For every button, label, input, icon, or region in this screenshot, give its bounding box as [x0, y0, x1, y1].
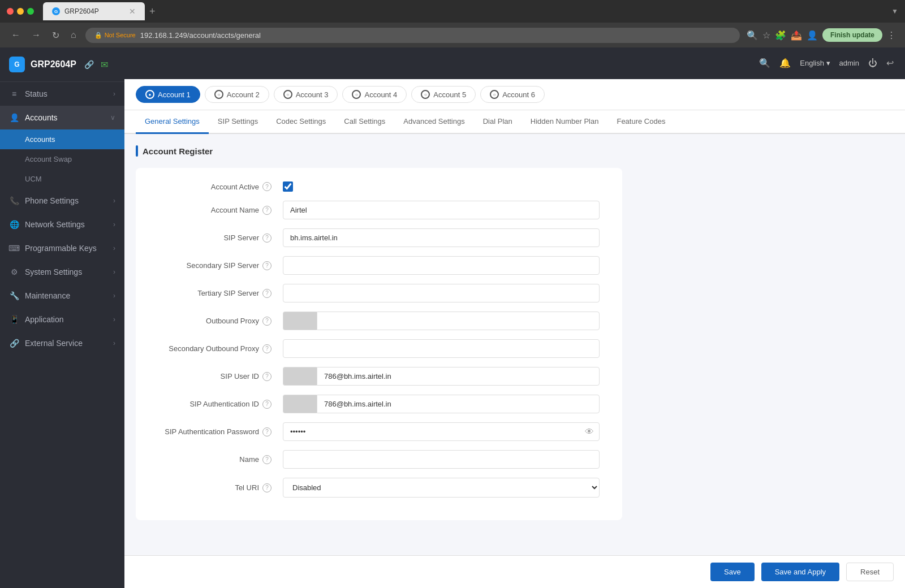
- phone-icon: 📞: [9, 196, 19, 206]
- star-icon[interactable]: ☆: [762, 30, 770, 41]
- tab-codec-settings[interactable]: Codec Settings: [267, 110, 335, 134]
- tertiary-sip-input[interactable]: [283, 284, 600, 302]
- sidebar-network-label: Network Settings: [25, 220, 107, 229]
- new-tab-btn[interactable]: +: [147, 3, 158, 20]
- outbound-proxy-label: Outbound Proxy ?: [158, 317, 283, 326]
- tab-call-settings[interactable]: Call Settings: [335, 110, 394, 134]
- sip-user-id-help-icon[interactable]: ?: [262, 372, 272, 381]
- tab-hidden-number-plan[interactable]: Hidden Number Plan: [522, 110, 608, 134]
- sip-server-help-icon[interactable]: ?: [262, 234, 272, 243]
- external-icon: 🔗: [9, 338, 19, 348]
- chevron-right-icon8: ›: [113, 339, 115, 347]
- sidebar-item-external-service[interactable]: 🔗 External Service ›: [0, 331, 124, 355]
- sidebar-item-application[interactable]: 📱 Application ›: [0, 308, 124, 331]
- tel-uri-select[interactable]: Disabled Enabled User=Phone: [283, 478, 600, 498]
- sidebar-item-network-settings[interactable]: 🌐 Network Settings ›: [0, 213, 124, 236]
- tab-favicon: G: [52, 7, 60, 15]
- top-nav-right: 🔍 🔔 English ▾ admin ⏻ ↩: [759, 58, 894, 68]
- account6-label: Account 6: [502, 90, 535, 99]
- home-btn[interactable]: ⌂: [68, 28, 79, 42]
- sidebar-phone-settings-label: Phone Settings: [25, 196, 107, 205]
- account-tab-4[interactable]: ○ Account 4: [342, 86, 407, 103]
- sidebar-maintenance-label: Maintenance: [25, 291, 107, 300]
- sidebar-item-accounts[interactable]: 👤 Accounts ∨: [0, 106, 124, 129]
- tab-general-settings[interactable]: General Settings: [136, 110, 209, 134]
- outbound-proxy-field: [283, 312, 600, 330]
- system-icon: ⚙: [9, 267, 19, 277]
- lang-selector[interactable]: English ▾: [800, 59, 830, 67]
- save-and-apply-button[interactable]: Save and Apply: [761, 563, 839, 581]
- sip-auth-password-input[interactable]: [283, 422, 600, 441]
- form-container: Account Active ? Account Name ?: [136, 168, 622, 520]
- sidebar-subitem-accounts[interactable]: Accounts: [0, 129, 124, 149]
- lens-icon[interactable]: 🔍: [747, 30, 758, 41]
- bell-icon[interactable]: 🔔: [779, 58, 791, 68]
- name-input[interactable]: [283, 450, 600, 469]
- minimize-window-btn[interactable]: [17, 8, 24, 15]
- address-input-bar[interactable]: 🔒 Not Secure 192.168.1.249/account/accts…: [85, 28, 740, 43]
- name-help-icon[interactable]: ?: [262, 455, 272, 464]
- password-field: 👁: [283, 422, 600, 441]
- account-tab-5[interactable]: ○ Account 5: [411, 86, 476, 103]
- tertiary-sip-row: Tertiary SIP Server ?: [158, 284, 600, 302]
- toggle-password-icon[interactable]: 👁: [585, 427, 594, 437]
- account4-icon: ○: [352, 90, 361, 99]
- secondary-sip-help-icon[interactable]: ?: [262, 261, 272, 270]
- sip-auth-id-help-icon[interactable]: ?: [262, 400, 272, 409]
- secondary-outbound-input[interactable]: [283, 339, 600, 358]
- save-button[interactable]: Save: [710, 563, 755, 581]
- outbound-proxy-help-icon[interactable]: ?: [262, 317, 272, 326]
- sip-server-input[interactable]: [283, 228, 600, 247]
- profile-icon[interactable]: 👤: [807, 30, 818, 41]
- tab-scroll-icon[interactable]: ▼: [891, 7, 898, 15]
- sip-auth-password-help-icon[interactable]: ?: [262, 427, 272, 436]
- account-name-input[interactable]: [283, 201, 600, 219]
- maximize-window-btn[interactable]: [27, 8, 34, 15]
- tab-sip-settings[interactable]: SIP Settings: [209, 110, 267, 134]
- extension-icon[interactable]: 🧩: [775, 30, 786, 41]
- forward-btn[interactable]: →: [29, 28, 43, 42]
- account1-icon: ●: [145, 90, 154, 99]
- active-tab[interactable]: G GRP2604P ✕: [43, 2, 145, 20]
- close-window-btn[interactable]: [7, 8, 14, 15]
- tab-advanced-settings[interactable]: Advanced Settings: [394, 110, 473, 134]
- account-tab-6[interactable]: ○ Account 6: [480, 86, 545, 103]
- sip-auth-id-input[interactable]: [317, 395, 600, 413]
- tab-feature-codes[interactable]: Feature Codes: [607, 110, 674, 134]
- lock-icon: 🔒: [94, 32, 102, 39]
- menu-icon[interactable]: ⋮: [887, 30, 896, 41]
- sidebar-subitem-account-swap[interactable]: Account Swap: [0, 149, 124, 169]
- reset-button[interactable]: Reset: [846, 563, 894, 581]
- sip-user-id-input[interactable]: [317, 367, 600, 386]
- secondary-outbound-help-icon[interactable]: ?: [262, 344, 272, 353]
- account-tab-3[interactable]: ○ Account 3: [274, 86, 338, 103]
- url-text: 192.168.1.249/account/accts/general: [140, 31, 261, 40]
- sidebar-subitem-ucm[interactable]: UCM: [0, 169, 124, 189]
- account-tab-2[interactable]: ○ Account 2: [205, 86, 269, 103]
- account-active-help-icon[interactable]: ?: [262, 182, 272, 191]
- share-icon[interactable]: 📤: [791, 30, 802, 41]
- back-btn[interactable]: ←: [9, 28, 23, 42]
- finish-update-btn[interactable]: Finish update: [822, 28, 882, 42]
- refresh-btn[interactable]: ↻: [50, 28, 62, 43]
- account-tab-1[interactable]: ● Account 1: [136, 86, 200, 103]
- tertiary-sip-help-icon[interactable]: ?: [262, 289, 272, 298]
- sidebar-item-phone-settings[interactable]: 📞 Phone Settings ›: [0, 189, 124, 213]
- sidebar-external-label: External Service: [25, 339, 107, 348]
- sidebar-item-maintenance[interactable]: 🔧 Maintenance ›: [0, 284, 124, 308]
- secondary-sip-input[interactable]: [283, 256, 600, 275]
- tab-dial-plan[interactable]: Dial Plan: [474, 110, 522, 134]
- sidebar-item-system-settings[interactable]: ⚙ System Settings ›: [0, 260, 124, 284]
- logout-icon[interactable]: ↩: [886, 58, 894, 68]
- account-name-help-icon[interactable]: ?: [262, 206, 272, 215]
- sidebar-item-status[interactable]: ≡ Status ›: [0, 82, 124, 106]
- outbound-proxy-input[interactable]: [317, 312, 600, 330]
- power-icon[interactable]: ⏻: [868, 58, 877, 68]
- tab-close-btn[interactable]: ✕: [129, 7, 136, 16]
- search-icon[interactable]: 🔍: [759, 58, 770, 68]
- sidebar-item-programmable-keys[interactable]: ⌨ Programmable Keys ›: [0, 236, 124, 260]
- account-active-checkbox[interactable]: [283, 181, 293, 192]
- chevron-right-icon2: ›: [113, 197, 115, 205]
- name-label: Name ?: [158, 455, 283, 464]
- tel-uri-help-icon[interactable]: ?: [262, 483, 272, 492]
